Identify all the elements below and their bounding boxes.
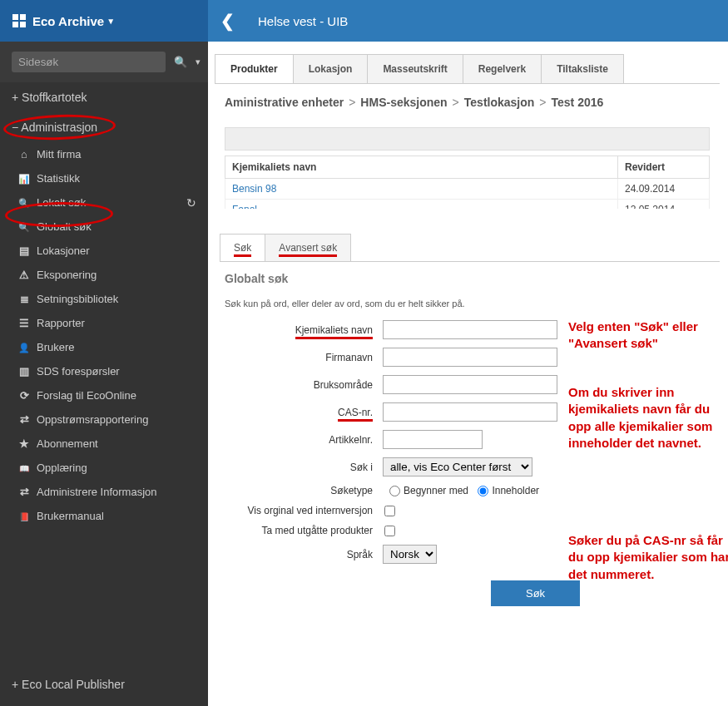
search-icon [18,196,30,209]
sidebar-item-brukermanual[interactable]: Brukermanual [0,504,208,528]
label-soketype: Søketype [225,485,383,496]
select-sok-i[interactable]: alle, vis Eco Center først [383,457,532,476]
input-kjemikaliets-navn[interactable] [383,320,557,339]
breadcrumb-item[interactable]: Aministrative enheter [225,96,344,109]
tab-produkter[interactable]: Produkter [215,54,294,83]
sidebar-group-stoffkartotek[interactable]: + Stoffkartotek [0,82,208,112]
search-tabs: SøkAvansert søk [220,234,720,262]
sidebar-search-input[interactable] [12,52,166,72]
sds-icon [18,365,30,378]
label-sok-i: Søk i [225,462,383,473]
sidebar-item-statistikk[interactable]: Statistikk [0,166,208,190]
sidebar-item-setningsbibliotek[interactable]: Setningsbibliotek [0,287,208,311]
grid-icon [12,14,26,27]
label-artikkelnr: Artikkelnr. [225,434,383,446]
cell-name[interactable]: Fenol [225,200,618,210]
table-row[interactable]: Bensin 9824.09.2014 [225,179,710,200]
search-tab-s-k[interactable]: Søk [220,234,265,261]
loc-icon [18,244,30,257]
label-kjemikaliets-navn: Kjemikaliets navn [225,324,383,336]
sidebar-item-oppstr-msrapportering[interactable]: Oppstrømsrapportering [0,407,208,432]
page-title: Helse vest - UIB [258,14,348,28]
tab-regelverk[interactable]: Regelverk [463,54,542,83]
back-button[interactable]: ❮ [220,11,235,31]
select-sprak[interactable]: Norsk [383,545,437,564]
sidebar: 🔍 ▾ + Stoffkartotek − Administrasjon Mit… [0,42,208,706]
sidebar-group-administrasjon[interactable]: − Administrasjon [0,112,208,142]
label-utgatte: Ta med utgåtte produkter [225,525,383,536]
breadcrumb-item[interactable]: Testlokasjon [464,96,535,109]
input-bruksomrade[interactable] [383,375,557,394]
tab-masseutskrift[interactable]: Masseutskrift [367,54,463,83]
toolbar-placeholder [225,127,710,151]
sidebar-item-lokalt-s-k[interactable]: Lokalt søk↻ [0,190,208,215]
checkbox-vis-orginal[interactable] [384,506,395,516]
label-cas-nr: CAS-nr. [225,407,383,418]
sidebar-item-sds-foresp-rsler[interactable]: SDS forespørsler [0,359,208,383]
sidebar-item-administrere-informasjon[interactable]: Administrere Informasjon [0,480,208,504]
sidebar-item-forslag-til-ecoonline[interactable]: Forslag til EcoOnline [0,383,208,407]
radio-inneholder[interactable] [478,486,488,496]
train-icon [18,462,30,474]
cell-name[interactable]: Bensin 98 [225,179,618,200]
col-revised[interactable]: Revidert [618,156,710,179]
sidebar-item-lokasjoner[interactable]: Lokasjoner [0,239,208,263]
table-row[interactable]: Fenol12.05.2014 [225,200,710,210]
radio-begynner-med[interactable] [389,486,400,496]
sidebar-item-globalt-s-k[interactable]: Globalt søk [0,215,208,239]
star-icon [18,437,30,450]
rpt-icon [18,317,30,329]
search-hint: Søk kun på ord, eller deler av ord, som … [215,290,720,320]
warn-icon [18,269,30,281]
stats-icon [18,172,30,185]
swap-icon [18,486,30,498]
lib-icon [18,293,30,305]
breadcrumb: Aministrative enheter>HMS-seksjonen>Test… [215,84,720,121]
sidebar-item-eksponering[interactable]: Eksponering [0,263,208,287]
chevron-down-icon[interactable]: ▾ [196,57,201,67]
annotation-text: Søker du på CAS-nr så får du opp kjemika… [568,532,728,583]
annotation-text: Velg enten "Søk" eller "Avansert søk" [568,318,728,353]
search-submit-button[interactable]: Søk [491,580,580,606]
app-name: Eco Archive [32,14,104,28]
col-name[interactable]: Kjemikaliets navn [225,156,618,179]
top-header: ❮ Helse vest - UIB [208,0,728,42]
tab-tiltaksliste[interactable]: Tiltaksliste [541,54,624,83]
search-panel-title: Globalt søk [215,262,720,290]
main-tabs: ProdukterLokasjonMasseutskriftRegelverkT… [215,54,720,84]
label-sprak: Språk [225,549,383,560]
tab-lokasjon[interactable]: Lokasjon [293,54,369,83]
label-bruksomrade: Bruksområde [225,379,383,391]
app-brand[interactable]: Eco Archive ▼ [0,0,208,42]
caret-down-icon: ▼ [106,17,115,26]
user-icon [18,341,30,353]
cycle-icon [18,389,30,402]
swap-icon [18,413,30,426]
breadcrumb-item[interactable]: Test 2016 [552,96,604,109]
chemical-table: Kjemikaliets navn Revidert Bensin 9824.0… [225,156,710,209]
search-icon[interactable]: 🔍 [174,56,187,68]
cell-date: 24.09.2014 [618,179,710,200]
sidebar-item-oppl-ring[interactable]: Opplæring [0,456,208,480]
sidebar-group-publisher[interactable]: + Eco Local Publisher [0,669,208,699]
breadcrumb-item[interactable]: HMS-seksjonen [360,96,447,109]
search-tab-avansert-s-k[interactable]: Avansert søk [265,234,351,261]
checkbox-utgatte[interactable] [384,526,395,536]
search-icon [18,220,30,233]
refresh-icon[interactable]: ↻ [186,196,196,210]
book-icon [18,510,30,522]
cell-date: 12.05.2014 [618,200,710,210]
annotation-text: Om du skriver inn kjemikaliets navn får … [568,384,728,452]
home-icon [18,148,30,160]
sidebar-item-brukere[interactable]: Brukere [0,335,208,359]
input-firmanavn[interactable] [383,348,557,367]
sidebar-item-abonnement[interactable]: Abonnement [0,432,208,456]
sidebar-item-rapporter[interactable]: Rapporter [0,311,208,335]
label-firmanavn: Firmanavn [225,352,383,363]
sidebar-item-mitt-firma[interactable]: Mitt firma [0,142,208,166]
input-artikkelnr[interactable] [383,430,483,449]
input-cas-nr[interactable] [383,402,557,422]
label-vis-orginal: Vis orginal ved internversjon [225,505,383,516]
